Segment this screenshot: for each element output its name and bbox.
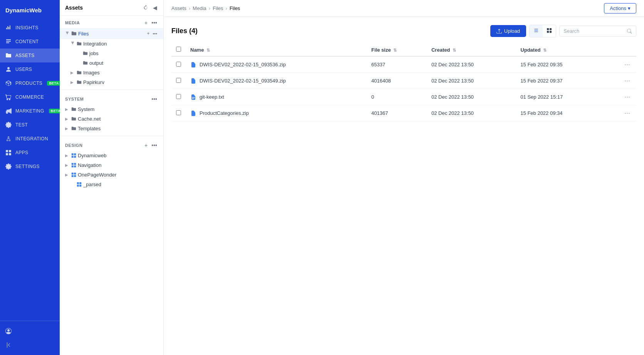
- top-bar: Assets › Media › Files › Files Actions ▾: [164, 0, 644, 17]
- row-more-button[interactable]: ···: [605, 105, 636, 121]
- tree-item-templates[interactable]: ▶ Templates: [60, 124, 163, 133]
- row-context-menu-button[interactable]: ···: [623, 61, 632, 69]
- system-more-button[interactable]: •••: [151, 95, 158, 103]
- nav-settings[interactable]: Settings: [0, 160, 60, 173]
- sidebar-collapse-button[interactable]: ◀: [152, 4, 158, 12]
- search-input[interactable]: [564, 28, 625, 34]
- tree-item-papirkurv[interactable]: ▶ Papirkurv: [60, 77, 163, 87]
- nav-bottom: [0, 321, 60, 355]
- system-chevron: ▶: [65, 107, 70, 111]
- name-column-header[interactable]: Name ⇅: [186, 44, 367, 56]
- nav-users[interactable]: Users: [0, 62, 60, 76]
- row-created: 02 Dec 2022 13:50: [427, 89, 516, 105]
- row-checkbox[interactable]: [176, 62, 181, 67]
- files-add-btn[interactable]: +: [146, 30, 150, 37]
- row-context-menu-button[interactable]: ···: [623, 93, 632, 101]
- nav-assets[interactable]: Assets: [0, 49, 60, 62]
- svg-rect-15: [79, 185, 81, 187]
- svg-rect-14: [77, 185, 79, 187]
- app-logo: DynamicWeb: [0, 0, 60, 21]
- created-column-header[interactable]: Created ⇅: [427, 44, 516, 56]
- nav-collapse[interactable]: [0, 338, 60, 352]
- nav-apps[interactable]: Apps: [0, 146, 60, 160]
- row-updated: 15 Feb 2022 09:37: [516, 73, 605, 89]
- media-section-label: Media + •••: [60, 16, 163, 28]
- actions-button[interactable]: Actions ▾: [604, 3, 636, 13]
- media-more-button[interactable]: •••: [151, 19, 158, 27]
- nav-insights[interactable]: Insights: [0, 21, 60, 35]
- images-chevron: ▶: [70, 71, 75, 75]
- svg-rect-4: [72, 163, 74, 165]
- design-section-actions: + •••: [144, 141, 158, 149]
- tree-item-navigation[interactable]: ▶ Navigation: [60, 160, 163, 170]
- files-more-btn[interactable]: •••: [152, 30, 158, 37]
- nav-content[interactable]: Content: [0, 35, 60, 49]
- actions-column-header: [605, 44, 636, 56]
- tree-item-cache-net[interactable]: ▶ Cache.net: [60, 114, 163, 124]
- row-context-menu-button[interactable]: ···: [623, 77, 632, 85]
- row-checkbox[interactable]: [176, 110, 181, 115]
- design-add-button[interactable]: +: [144, 141, 148, 149]
- templates-chevron: ▶: [65, 126, 70, 131]
- tree-item-jobs[interactable]: ▶ jobs: [60, 49, 163, 58]
- select-all-checkbox[interactable]: [176, 47, 181, 52]
- table-row: DWIS-DEV02_2022-02-15_093549.zip 4016408…: [171, 73, 636, 89]
- nav-profile[interactable]: [0, 324, 60, 338]
- media-add-button[interactable]: +: [144, 19, 148, 27]
- zip-file-icon: [190, 78, 196, 84]
- grid-icon: [547, 28, 552, 33]
- svg-rect-6: [72, 165, 74, 167]
- grid-view-button[interactable]: [543, 25, 556, 37]
- row-name: ProductCategories.zip: [186, 105, 367, 121]
- nav-test[interactable]: Test: [0, 118, 60, 132]
- onepage-chevron: ▶: [65, 173, 70, 177]
- row-checkbox[interactable]: [176, 78, 181, 83]
- breadcrumb-assets[interactable]: Assets: [171, 5, 186, 11]
- breadcrumb-files[interactable]: Files: [213, 5, 223, 11]
- svg-rect-7: [74, 165, 76, 167]
- row-created: 02 Dec 2022 13:50: [427, 105, 516, 121]
- row-checkbox[interactable]: [176, 94, 181, 99]
- collapse-icon: [5, 342, 12, 348]
- tree-item-dynamicweb[interactable]: ▶ Dynamicweb: [60, 151, 163, 160]
- filesize-column-header[interactable]: File size ⇅: [367, 44, 427, 56]
- tree-item-system[interactable]: ▶ System: [60, 104, 163, 114]
- content-title: Files (4): [171, 27, 198, 35]
- row-checkbox-cell: [171, 89, 186, 105]
- design-more-button[interactable]: •••: [151, 141, 158, 149]
- table-row: git-keep.txt 0 02 Dec 2022 13:50 01 Sep …: [171, 89, 636, 105]
- tree-item-files[interactable]: ▶ Files + •••: [60, 28, 163, 39]
- assets-sidebar: Assets ◀ Media + ••• ▶ Files + ••• ▶ Int…: [60, 0, 164, 355]
- list-view-button[interactable]: [530, 25, 543, 37]
- refresh-button[interactable]: [142, 4, 149, 11]
- updated-column-header[interactable]: Updated ⇅: [516, 44, 605, 56]
- row-more-button[interactable]: ···: [605, 73, 636, 89]
- tree-item-parsed[interactable]: ▶ _parsed: [60, 180, 163, 189]
- svg-rect-2: [72, 156, 74, 158]
- tree-item-images[interactable]: ▶ Images: [60, 68, 163, 77]
- tree-item-output[interactable]: ▶ output: [60, 58, 163, 68]
- tree-item-integration[interactable]: ▶ Integration: [60, 39, 163, 49]
- nav-marketing[interactable]: Marketing BETA: [0, 104, 60, 118]
- row-name: git-keep.txt: [186, 89, 367, 105]
- row-more-button[interactable]: ···: [605, 56, 636, 73]
- folder-files-icon: [71, 31, 77, 36]
- apps-icon: [5, 150, 12, 156]
- tree-item-onepageworld[interactable]: ▶ OnePageWonder: [60, 170, 163, 180]
- select-all-header: [171, 44, 186, 56]
- row-more-button[interactable]: ···: [605, 89, 636, 105]
- nav-integration[interactable]: Integration: [0, 132, 60, 146]
- search-box: [559, 25, 636, 37]
- row-context-menu-button[interactable]: ···: [623, 109, 632, 117]
- main-content: Assets › Media › Files › Files Actions ▾…: [164, 0, 644, 355]
- design-section-label: Design + •••: [60, 138, 163, 151]
- upload-button[interactable]: Upload: [490, 25, 526, 37]
- breadcrumb-media[interactable]: Media: [193, 5, 206, 11]
- files-item-actions: + •••: [146, 30, 158, 37]
- products-badge: BETA: [47, 81, 60, 86]
- integration-chevron: ▶: [71, 42, 75, 46]
- nav-products[interactable]: Products BETA: [0, 76, 60, 90]
- row-filesize: 401367: [367, 105, 427, 121]
- nav-commerce[interactable]: Commerce: [0, 90, 60, 104]
- file-table: Name ⇅ File size ⇅ Created ⇅ Updated ⇅: [171, 44, 636, 121]
